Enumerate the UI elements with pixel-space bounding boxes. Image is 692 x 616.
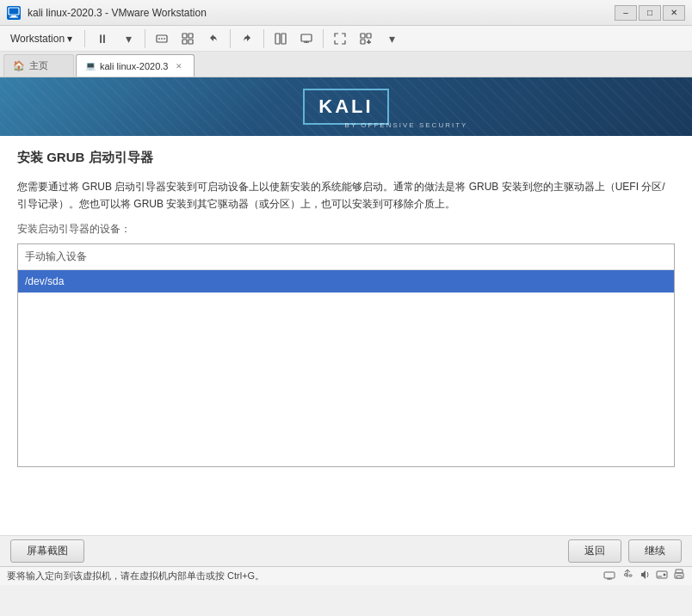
manual-entry-option[interactable]: 手动输入设备 xyxy=(18,244,674,270)
workstation-arrow: ▾ xyxy=(67,33,72,45)
printer-icon xyxy=(673,569,685,583)
tab-home-close xyxy=(53,60,65,72)
workstation-menu[interactable]: Workstation ▾ xyxy=(3,29,79,48)
toolbar-sep-3 xyxy=(263,29,264,48)
svg-rect-27 xyxy=(676,570,683,573)
pause-button[interactable]: ⏸ xyxy=(90,27,114,51)
svg-rect-9 xyxy=(182,40,187,44)
svg-rect-16 xyxy=(361,34,365,38)
tab-bar: 🏠 主页 💻 kali linux-2020.3 ✕ xyxy=(0,52,692,77)
home-icon: 🏠 xyxy=(13,60,25,71)
tab-kali-label: kali linux-2020.3 xyxy=(100,61,169,71)
suspend-button[interactable] xyxy=(269,27,293,51)
network-icon xyxy=(602,569,616,583)
bottom-buttons: 屏幕截图 返回 继续 xyxy=(0,535,692,566)
svg-rect-8 xyxy=(188,34,193,38)
installer-title: 安装 GRUB 启动引导器 xyxy=(17,150,675,166)
svg-rect-19 xyxy=(604,572,615,578)
status-bar: 要将输入定向到该虚拟机，请在虚拟机内部单击或按 Ctrl+G。 xyxy=(0,566,692,585)
svg-rect-11 xyxy=(275,34,280,44)
device-label: 安装启动引导器的设备： xyxy=(17,222,675,237)
snapshot-manager-button[interactable] xyxy=(294,27,318,51)
close-button[interactable]: ✕ xyxy=(663,5,685,21)
toolbar-sep-2 xyxy=(230,29,231,48)
svg-rect-29 xyxy=(677,576,682,578)
installer-description: 您需要通过将 GRUB 启动引导器安装到可启动设备上以使新安装的系统能够启动。通… xyxy=(17,178,675,213)
svg-rect-0 xyxy=(9,8,19,15)
sda-option[interactable]: /dev/sda xyxy=(18,270,674,293)
menu-bar: Workstation ▾ ⏸ ▾ xyxy=(0,26,692,52)
screenshot-button[interactable]: 屏幕截图 xyxy=(10,539,84,563)
svg-point-22 xyxy=(625,574,627,576)
kali-banner: KALI BY OFFENSIVE SECURITY xyxy=(0,77,692,136)
status-message: 要将输入定向到该虚拟机，请在虚拟机内部单击或按 Ctrl+G。 xyxy=(7,570,596,582)
tab-kali-close[interactable]: ✕ xyxy=(173,60,185,72)
fullscreen-button[interactable] xyxy=(328,27,352,51)
svg-rect-13 xyxy=(301,34,312,41)
unity-dropdown[interactable]: ▾ xyxy=(380,27,404,51)
continue-button[interactable]: 继续 xyxy=(628,539,682,563)
window-controls: – □ ✕ xyxy=(615,5,685,21)
usb-icon xyxy=(621,569,633,583)
pause-dropdown[interactable]: ▾ xyxy=(116,27,140,51)
svg-rect-23 xyxy=(629,575,632,576)
svg-rect-7 xyxy=(182,34,187,38)
device-list: 手动输入设备 /dev/sda xyxy=(17,243,675,467)
unity-button[interactable] xyxy=(354,27,378,51)
title-bar: kali linux-2020.3 - VMware Workstation –… xyxy=(0,0,692,26)
workstation-label: Workstation xyxy=(10,33,65,45)
send-ctrl-alt-del-button[interactable] xyxy=(150,27,174,51)
snapshot-back-button[interactable] xyxy=(201,27,226,51)
svg-rect-17 xyxy=(367,34,371,38)
svg-point-25 xyxy=(664,574,666,576)
menu-divider-1 xyxy=(84,30,85,47)
maximize-button[interactable]: □ xyxy=(639,5,661,21)
kali-logo: KALI xyxy=(303,89,388,125)
tab-home-label: 主页 xyxy=(29,59,48,72)
toolbar-sep-4 xyxy=(323,29,324,48)
view-button[interactable] xyxy=(176,27,200,51)
kali-subtitle: BY OFFENSIVE SECURITY xyxy=(345,121,468,129)
minimize-button[interactable]: – xyxy=(615,5,637,21)
tab-kali[interactable]: 💻 kali linux-2020.3 ✕ xyxy=(76,54,195,77)
hdd-icon xyxy=(656,569,668,583)
vm-icon: 💻 xyxy=(85,61,96,71)
audio-icon xyxy=(639,569,651,583)
svg-rect-18 xyxy=(361,40,365,44)
tab-home[interactable]: 🏠 主页 xyxy=(3,54,74,77)
status-icons xyxy=(602,569,685,583)
snapshot-forward-button[interactable] xyxy=(235,27,259,51)
installer-content: 安装 GRUB 启动引导器 您需要通过将 GRUB 启动引导器安装到可启动设备上… xyxy=(0,136,692,535)
window-title: kali linux-2020.3 - VMware Workstation xyxy=(28,7,608,19)
svg-rect-10 xyxy=(188,40,193,44)
back-button[interactable]: 返回 xyxy=(568,539,621,563)
svg-rect-12 xyxy=(281,34,286,44)
app-icon xyxy=(7,6,21,20)
toolbar-sep-1 xyxy=(145,29,145,48)
